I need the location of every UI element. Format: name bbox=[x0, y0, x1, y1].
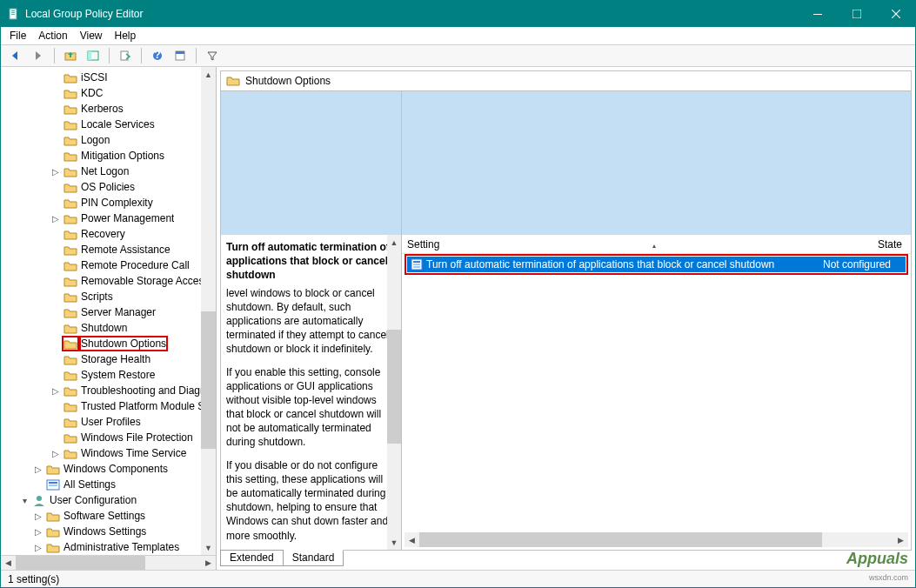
scroll-thumb[interactable] bbox=[16, 556, 145, 571]
svg-rect-23 bbox=[413, 266, 420, 268]
svg-text:?: ? bbox=[154, 50, 160, 61]
tree-horizontal-scrollbar[interactable]: ◀ ▶ bbox=[1, 555, 216, 570]
tree-item-windows-components[interactable]: ▷Windows Components bbox=[1, 461, 216, 477]
expand-icon[interactable]: ▷ bbox=[34, 543, 43, 552]
tree-item-mitigation-options[interactable]: Mitigation Options bbox=[1, 148, 216, 164]
expand-icon[interactable]: ▷ bbox=[51, 167, 60, 177]
tree-item-label: Removable Storage Access bbox=[81, 275, 209, 287]
tab-extended[interactable]: Extended bbox=[220, 550, 284, 566]
export-list-button[interactable] bbox=[116, 46, 135, 65]
show-hide-tree-button[interactable] bbox=[84, 46, 103, 65]
tree-item-pin-complexity[interactable]: PIN Complexity bbox=[1, 195, 216, 210]
svg-point-19 bbox=[37, 496, 42, 501]
forward-button[interactable] bbox=[29, 46, 48, 65]
tree-item-windows-settings[interactable]: ▷Windows Settings bbox=[1, 524, 216, 539]
up-folder-button[interactable] bbox=[61, 46, 80, 65]
filter-button[interactable] bbox=[203, 46, 222, 65]
menu-help[interactable]: Help bbox=[115, 30, 137, 42]
menu-view[interactable]: View bbox=[80, 30, 103, 42]
scroll-left-button[interactable]: ◀ bbox=[1, 556, 16, 571]
menu-action[interactable]: Action bbox=[38, 30, 67, 42]
tree-item-kdc[interactable]: KDC bbox=[1, 85, 216, 101]
back-button[interactable] bbox=[6, 46, 25, 65]
tree-item-label: Administrative Templates bbox=[64, 541, 179, 553]
tree-item-logon[interactable]: Logon bbox=[1, 132, 216, 148]
expand-icon[interactable]: ▷ bbox=[51, 386, 60, 396]
description-paragraph: level windows to block or cancel shutdow… bbox=[226, 286, 394, 357]
tree-item-troubleshooting-and-diagnostics[interactable]: ▷Troubleshooting and Diagnostics bbox=[1, 383, 216, 398]
settings-list-column: Setting▴ State Turn off automatic termin… bbox=[402, 91, 911, 550]
tree-item-user-configuration[interactable]: ▾User Configuration bbox=[1, 492, 216, 508]
list-horizontal-scrollbar[interactable]: ◀ ▶ bbox=[405, 532, 908, 547]
tree-item-label: Windows Components bbox=[64, 463, 168, 475]
scroll-down-button[interactable]: ▼ bbox=[387, 535, 401, 550]
tree-item-shutdown-options[interactable]: Shutdown Options bbox=[1, 336, 216, 351]
folder-icon bbox=[64, 228, 77, 240]
scroll-right-button[interactable]: ▶ bbox=[893, 532, 908, 547]
description-paragraph: If you disable or do not configure this … bbox=[226, 458, 394, 543]
description-paragraph: If you enable this setting, console appl… bbox=[226, 365, 394, 450]
tree-item-storage-health[interactable]: Storage Health bbox=[1, 351, 216, 367]
menu-file[interactable]: File bbox=[10, 30, 26, 42]
column-header-state[interactable]: State bbox=[834, 238, 911, 251]
tree-item-recovery[interactable]: Recovery bbox=[1, 226, 216, 242]
tree-item-os-policies[interactable]: OS Policies bbox=[1, 179, 216, 195]
tree-item-windows-file-protection[interactable]: Windows File Protection bbox=[1, 430, 216, 445]
minimize-button[interactable] bbox=[798, 1, 837, 27]
tree-item-kerberos[interactable]: Kerberos bbox=[1, 101, 216, 117]
scroll-thumb[interactable] bbox=[419, 532, 822, 547]
expand-icon[interactable]: ▷ bbox=[34, 527, 43, 537]
toolbar-separator bbox=[196, 48, 197, 63]
tree-item-removable-storage-access[interactable]: Removable Storage Access bbox=[1, 273, 216, 289]
tree-item-system-restore[interactable]: System Restore bbox=[1, 367, 216, 383]
tree-item-shutdown[interactable]: Shutdown bbox=[1, 320, 216, 336]
tree-vertical-scrollbar[interactable]: ▲ ▼ bbox=[201, 67, 216, 555]
column-header-setting[interactable]: Setting▴ bbox=[402, 238, 834, 251]
tree-item-administrative-templates[interactable]: ▷Administrative Templates bbox=[1, 539, 216, 555]
expand-icon[interactable]: ▷ bbox=[34, 464, 43, 474]
scroll-down-button[interactable]: ▼ bbox=[201, 540, 216, 555]
scroll-up-button[interactable]: ▲ bbox=[201, 67, 216, 82]
setting-row-selected[interactable]: Turn off automatic termination of applic… bbox=[407, 257, 906, 272]
tree-item-label: Shutdown Options bbox=[81, 337, 166, 350]
sort-indicator-icon: ▴ bbox=[652, 242, 656, 250]
tree-item-software-settings[interactable]: ▷Software Settings bbox=[1, 508, 216, 524]
tree-item-power-management[interactable]: ▷Power Management bbox=[1, 210, 216, 226]
tree-item-user-profiles[interactable]: User Profiles bbox=[1, 414, 216, 430]
close-button[interactable] bbox=[876, 1, 915, 27]
collapse-icon[interactable]: ▾ bbox=[20, 496, 29, 505]
tree-item-windows-time-service[interactable]: ▷Windows Time Service bbox=[1, 445, 216, 461]
description-scrollbar[interactable]: ▲ ▼ bbox=[387, 235, 401, 550]
tree-item-server-manager[interactable]: Server Manager bbox=[1, 304, 216, 320]
tree-item-remote-assistance[interactable]: Remote Assistance bbox=[1, 242, 216, 257]
tree-item-all-settings[interactable]: All Settings bbox=[1, 477, 216, 492]
tree-item-locale-services[interactable]: Locale Services bbox=[1, 117, 216, 132]
tree-item-label: Remote Assistance bbox=[81, 244, 170, 256]
svg-rect-17 bbox=[49, 482, 57, 484]
folder-icon bbox=[64, 118, 77, 130]
scroll-thumb[interactable] bbox=[387, 330, 401, 444]
maximize-button[interactable] bbox=[837, 1, 876, 27]
expand-icon[interactable]: ▷ bbox=[34, 511, 43, 521]
tree-item-remote-procedure-call[interactable]: Remote Procedure Call bbox=[1, 257, 216, 273]
properties-button[interactable] bbox=[170, 46, 190, 65]
tree-item-scripts[interactable]: Scripts bbox=[1, 289, 216, 304]
scroll-right-button[interactable]: ▶ bbox=[201, 556, 216, 571]
tree-item-trusted-platform-module-services[interactable]: Trusted Platform Module Services bbox=[1, 398, 216, 414]
tree-view[interactable]: iSCSIKDCKerberosLocale ServicesLogonMiti… bbox=[1, 70, 216, 555]
scroll-thumb[interactable] bbox=[201, 311, 216, 449]
tree-item-net-logon[interactable]: ▷Net Logon bbox=[1, 164, 216, 179]
folder-icon bbox=[64, 87, 77, 99]
tab-standard[interactable]: Standard bbox=[283, 550, 344, 566]
tree-item-iscsi[interactable]: iSCSI bbox=[1, 70, 216, 85]
tree-item-label: Net Logon bbox=[81, 165, 129, 177]
scroll-up-button[interactable]: ▲ bbox=[387, 235, 401, 250]
folder-icon bbox=[64, 337, 77, 350]
scroll-left-button[interactable]: ◀ bbox=[405, 532, 419, 547]
expand-icon[interactable]: ▷ bbox=[51, 449, 60, 458]
tree-item-label: Storage Health bbox=[81, 353, 150, 365]
help-button[interactable]: ? bbox=[148, 46, 167, 65]
tree-item-label: Server Manager bbox=[81, 306, 156, 318]
content-title: Shutdown Options bbox=[245, 75, 331, 87]
expand-icon[interactable]: ▷ bbox=[51, 214, 60, 224]
